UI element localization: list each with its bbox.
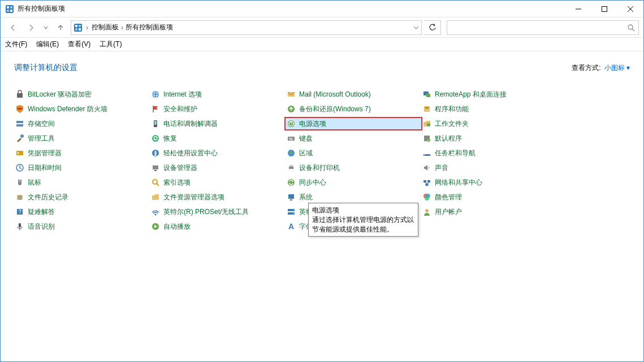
address-bar[interactable]: › 控制面板 › 所有控制面板项 — [71, 20, 422, 35]
address-dropdown-icon[interactable] — [413, 25, 419, 30]
cp-item-label: 网络和共享中心 — [435, 178, 482, 187]
raid-icon — [287, 207, 296, 216]
cp-item[interactable]: 同步中心 — [286, 177, 421, 188]
cp-item[interactable]: 文件资源管理器选项 — [150, 191, 286, 203]
cp-item[interactable]: 日期和时间 — [14, 162, 150, 173]
cp-item[interactable]: 备份和还原(Windows 7) — [286, 103, 421, 115]
cp-item[interactable]: Windows Defender 防火墙 — [14, 103, 150, 115]
cp-item[interactable]: 语音识别 — [14, 221, 150, 232]
cp-item[interactable]: 英特尔(R) PROSet/无线工具 — [150, 206, 286, 217]
breadcrumb-current[interactable]: 所有控制面板项 — [126, 23, 173, 32]
cp-item[interactable]: 恢复 — [150, 133, 286, 144]
menu-edit[interactable]: 编辑(E) — [36, 40, 59, 49]
up-button[interactable] — [53, 20, 68, 36]
cp-item[interactable]: 电话和调制解调器 — [150, 118, 286, 129]
close-button[interactable] — [617, 1, 643, 18]
tooltip-title: 电源选项 — [312, 206, 414, 215]
svg-rect-12 — [75, 28, 77, 30]
svg-rect-51 — [424, 155, 425, 155]
cp-item-label: 电话和调制解调器 — [163, 119, 218, 129]
cp-item-label: 恢复 — [163, 134, 177, 143]
svg-rect-1 — [7, 6, 9, 8]
view-mode-dropdown[interactable]: 小图标 ▾ — [604, 63, 630, 73]
cp-item[interactable]: 网络和共享中心 — [421, 177, 557, 188]
cp-item[interactable]: ?疑难解答 — [14, 206, 150, 217]
cp-item-label: RemoteApp 和桌面连接 — [435, 90, 507, 99]
cp-item[interactable]: 区域 — [286, 147, 421, 159]
refresh-button[interactable] — [424, 20, 441, 35]
window-title: 所有控制面板项 — [18, 4, 565, 14]
svg-rect-6 — [602, 6, 607, 11]
cp-item[interactable]: 程序和功能 — [421, 103, 557, 115]
cp-item-label: 程序和功能 — [435, 104, 469, 114]
cp-item-label: 用户帐户 — [435, 207, 462, 217]
cp-item[interactable]: 任务栏和导航 — [421, 147, 557, 159]
cp-item-label: 轻松使用设置中心 — [163, 149, 218, 158]
svg-rect-29 — [16, 124, 23, 127]
forward-button[interactable] — [23, 20, 39, 36]
backup-icon — [287, 104, 296, 114]
cp-item[interactable]: 设备管理器 — [150, 162, 286, 173]
cp-item[interactable]: 声音 — [421, 162, 557, 173]
content-header: 调整计算机的设置 查看方式: 小图标 ▾ — [14, 63, 630, 73]
cp-item[interactable]: 设备和打印机 — [286, 162, 421, 173]
cp-item[interactable]: 自动播放 — [150, 221, 286, 232]
cp-item-label: 日期和时间 — [28, 163, 62, 173]
cp-item-label: 备份和还原(Windows 7) — [299, 104, 371, 114]
cp-item-label: BitLocker 驱动器加密 — [28, 90, 92, 99]
breadcrumb-root[interactable]: 控制面板 — [92, 23, 119, 32]
cp-item-label: 索引选项 — [163, 178, 191, 187]
menu-tools[interactable]: 工具(T) — [100, 40, 122, 49]
search-input[interactable] — [447, 20, 639, 35]
cp-item[interactable]: 存储空间 — [14, 118, 150, 129]
cp-item[interactable]: 安全和维护 — [150, 103, 286, 115]
svg-point-79 — [425, 209, 429, 212]
svg-point-14 — [628, 25, 633, 29]
cp-item[interactable]: 索引选项 — [150, 177, 286, 188]
address-icon — [74, 23, 83, 32]
cp-item-label: 区域 — [299, 149, 313, 158]
cp-item[interactable]: 工作文件夹 — [421, 118, 557, 129]
programs-icon — [422, 104, 431, 114]
cp-item[interactable]: 电源选项 — [286, 118, 421, 129]
svg-line-60 — [157, 184, 159, 186]
wifi-icon — [151, 207, 160, 216]
recovery-icon — [151, 134, 160, 143]
minimize-button[interactable] — [565, 1, 591, 18]
svg-rect-23 — [18, 108, 22, 110]
svg-point-59 — [153, 180, 157, 184]
menu-view[interactable]: 查看(V) — [68, 40, 90, 49]
folder-opts-icon — [151, 193, 160, 202]
keyboard-icon — [287, 134, 296, 143]
cp-item[interactable]: BitLocker 驱动器加密 — [14, 89, 150, 100]
svg-rect-41 — [292, 138, 293, 139]
credential-icon — [15, 149, 24, 158]
menu-file[interactable]: 文件(F) — [5, 40, 27, 49]
cp-item-label: 设备管理器 — [163, 163, 197, 173]
history-dropdown[interactable] — [41, 25, 50, 30]
cp-item-label: 凭据管理器 — [28, 149, 62, 158]
cp-item[interactable]: 轻松使用设置中心 — [150, 147, 286, 159]
svg-rect-27 — [425, 107, 429, 108]
back-button[interactable] — [5, 20, 21, 36]
cp-item[interactable]: 文件历史记录 — [14, 191, 150, 203]
cp-item[interactable]: 鼠标 — [14, 177, 150, 188]
cp-item[interactable]: 用户帐户 — [421, 206, 557, 217]
cp-item-label: 安全和维护 — [163, 104, 197, 114]
cp-item[interactable]: Internet 选项 — [150, 89, 286, 100]
workfolder-icon — [422, 119, 431, 128]
svg-line-15 — [632, 29, 634, 31]
cp-item[interactable]: 系统 — [286, 191, 421, 203]
svg-rect-4 — [10, 10, 12, 12]
cp-item[interactable]: 颜色管理 — [421, 191, 557, 203]
cp-item[interactable]: 键盘 — [286, 133, 421, 144]
maximize-button[interactable] — [591, 1, 617, 18]
taskbar-icon — [422, 149, 431, 158]
cp-item[interactable]: 管理工具 — [14, 133, 150, 144]
svg-point-48 — [155, 151, 157, 152]
cp-item[interactable]: RemoteApp 和桌面连接 — [421, 89, 557, 100]
cp-item[interactable]: 凭据管理器 — [14, 147, 150, 159]
cp-item[interactable]: 默认程序 — [421, 133, 557, 144]
svg-rect-22 — [426, 94, 430, 97]
cp-item[interactable]: Mail (Microsoft Outlook) — [286, 89, 421, 100]
